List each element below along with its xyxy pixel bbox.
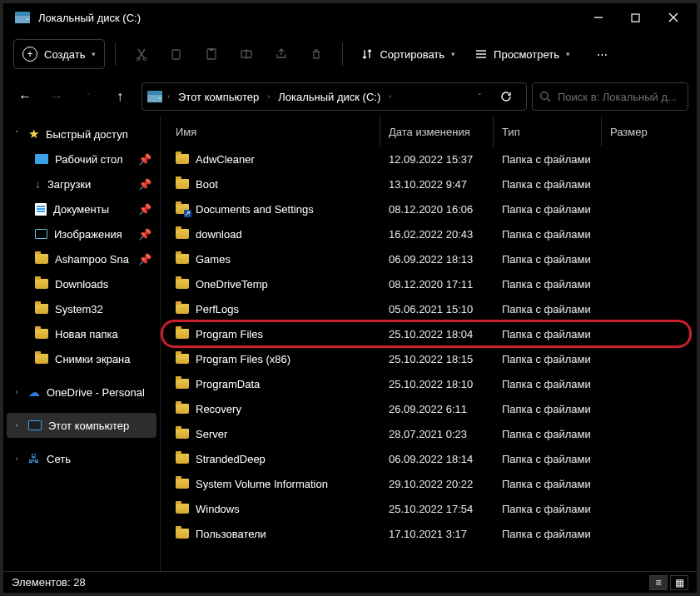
table-row[interactable]: Windows25.10.2022 17:54Папка с файлами (161, 496, 697, 521)
svg-rect-4 (632, 14, 639, 22)
file-name: OneDriveTemp (196, 278, 268, 291)
more-button[interactable]: ⋯ (587, 39, 618, 69)
file-type: Папка с файлами (494, 503, 602, 515)
back-button[interactable]: ← (12, 83, 38, 110)
table-row[interactable]: AdwCleaner12.09.2022 15:37Папка с файлам… (161, 147, 697, 171)
delete-button[interactable] (300, 39, 332, 69)
table-row[interactable]: download16.02.2022 20:43Папка с файлами (161, 221, 697, 246)
column-header-date[interactable]: Дата изменения (380, 117, 494, 147)
address-bar[interactable]: › Этот компьютер › Локальный диск (C:) ›… (141, 82, 527, 111)
table-row[interactable]: Server28.07.2021 0:23Папка с файлами (161, 421, 697, 446)
file-type: Папка с файлами (494, 478, 602, 490)
chevron-down-icon: ▾ (566, 50, 570, 58)
sidebar-item-this-pc[interactable]: ›Этот компьютер (7, 413, 156, 438)
table-row[interactable]: OneDriveTemp08.12.2020 17:11Папка с файл… (161, 271, 697, 296)
table-row[interactable]: Recovery26.09.2022 6:11Папка с файлами (161, 396, 697, 421)
new-button[interactable]: + Создать ▾ (13, 39, 105, 69)
file-name: Games (196, 253, 231, 266)
folder-icon (176, 154, 189, 164)
title-bar[interactable]: Локальный диск (C:) (3, 3, 697, 32)
file-date: 25.10.2022 18:15 (380, 353, 494, 365)
refresh-button[interactable] (494, 85, 518, 108)
file-type: Папка с файлами (494, 528, 602, 540)
details-view-button[interactable]: ≡ (649, 575, 668, 590)
breadcrumb-local-disk[interactable]: Локальный диск (C:) (275, 89, 384, 105)
sort-label: Сортировать (380, 48, 444, 61)
file-date: 26.09.2022 6:11 (380, 403, 494, 415)
sidebar-item-downloads[interactable]: ↓Загрузки📌 (7, 171, 156, 196)
file-type: Папка с файлами (494, 278, 602, 291)
item-count: Элементов: 28 (12, 576, 86, 589)
sidebar-item-screenshots[interactable]: Снимки экрана (7, 346, 156, 371)
file-area: Имя Дата изменения Тип Размер AdwCleaner… (160, 117, 697, 571)
table-row[interactable]: Пользователи17.10.2021 3:17Папка с файла… (161, 521, 697, 546)
table-row[interactable]: Program Files (x86)25.10.2022 18:15Папка… (161, 346, 697, 371)
view-button[interactable]: Просмотреть ▾ (467, 39, 578, 69)
share-button[interactable] (266, 39, 297, 69)
folder-icon (176, 304, 189, 314)
file-name: Server (196, 428, 227, 440)
table-row[interactable]: ProgramData25.10.2022 18:10Папка с файла… (161, 371, 697, 396)
svg-rect-11 (210, 48, 213, 51)
forward-button[interactable]: → (43, 83, 70, 110)
view-label: Просмотреть (494, 48, 559, 61)
minimize-button[interactable] (579, 4, 617, 31)
table-row[interactable]: Boot13.10.2022 9:47Папка с файлами (161, 171, 697, 196)
column-header-size[interactable]: Размер (602, 117, 697, 147)
search-input[interactable]: Поиск в: Локальный д... (532, 82, 688, 111)
sidebar-item-desktop[interactable]: Рабочий стол📌 (7, 147, 156, 171)
folder-icon (176, 404, 189, 414)
rename-button[interactable] (231, 39, 262, 69)
breadcrumb-this-pc[interactable]: Этот компьютер (175, 89, 262, 105)
column-headers: Имя Дата изменения Тип Размер (161, 117, 697, 147)
column-header-type[interactable]: Тип (494, 117, 602, 147)
sidebar-item-pictures[interactable]: Изображения📌 (7, 221, 156, 246)
drive-icon (147, 91, 162, 102)
folder-icon (176, 429, 189, 439)
sidebar-item-new-folder[interactable]: Новая папка (7, 321, 156, 346)
history-chevron[interactable]: ˅ (75, 83, 102, 110)
explorer-window: Локальный диск (C:) + Создать ▾ Сортиров… (0, 0, 700, 596)
column-header-name[interactable]: Имя (167, 117, 380, 147)
table-row[interactable]: Documents and Settings08.12.2020 16:06Па… (161, 196, 697, 221)
file-name: AdwCleaner (196, 153, 255, 166)
file-name: StrandedDeep (196, 453, 266, 465)
svg-point-2 (27, 18, 28, 20)
up-button[interactable]: ↑ (107, 83, 133, 110)
close-button[interactable] (654, 4, 692, 31)
table-row[interactable]: System Volume Information29.10.2022 20:2… (161, 471, 697, 496)
folder-icon (176, 329, 189, 339)
list-icon (475, 49, 487, 59)
separator (342, 42, 343, 66)
table-row[interactable]: Games06.09.2022 18:13Папка с файлами (161, 246, 697, 271)
folder-icon (35, 354, 48, 364)
copy-button[interactable] (161, 39, 192, 69)
table-row[interactable]: PerfLogs05.06.2021 15:10Папка с файлами (161, 296, 697, 321)
file-date: 28.07.2021 0:23 (380, 428, 494, 440)
chevron-down-icon: ▾ (451, 50, 455, 58)
chevron-right-icon[interactable]: › (167, 92, 170, 101)
cut-button[interactable] (126, 39, 157, 69)
sidebar-item-network[interactable]: ›🖧Сеть (7, 446, 156, 471)
sidebar-item-system32[interactable]: System32 (7, 296, 156, 321)
file-date: 25.10.2022 18:10 (380, 378, 494, 390)
table-row[interactable]: StrandedDeep06.09.2022 18:14Папка с файл… (161, 446, 697, 471)
tiles-view-button[interactable]: ▦ (670, 575, 688, 590)
address-dropdown-button[interactable]: ˅ (468, 85, 491, 108)
paste-button[interactable] (196, 39, 227, 69)
table-row[interactable]: Program Files25.10.2022 18:04Папка с фай… (161, 320, 692, 348)
pin-icon: 📌 (138, 253, 151, 266)
file-type: Папка с файлами (494, 178, 602, 191)
sidebar-item-onedrive[interactable]: ›☁OneDrive - Personal (7, 380, 156, 405)
file-type: Папка с файлами (494, 353, 602, 365)
sort-button[interactable]: Сортировать ▾ (353, 39, 464, 69)
file-name: Recovery (196, 403, 241, 415)
pin-icon: 📌 (138, 203, 151, 216)
sidebar-item-documents[interactable]: Документы📌 (7, 196, 156, 221)
maximize-button[interactable] (617, 4, 654, 31)
chevron-right-icon[interactable]: › (267, 92, 270, 101)
chevron-right-icon[interactable]: › (389, 92, 391, 101)
sidebar-item-downloads2[interactable]: Downloads (7, 271, 156, 296)
sidebar-item-ashampoo[interactable]: Ashampoo Sna📌 (7, 246, 156, 271)
sidebar-item-quick-access[interactable]: ˅★Быстрый доступ (7, 122, 156, 147)
